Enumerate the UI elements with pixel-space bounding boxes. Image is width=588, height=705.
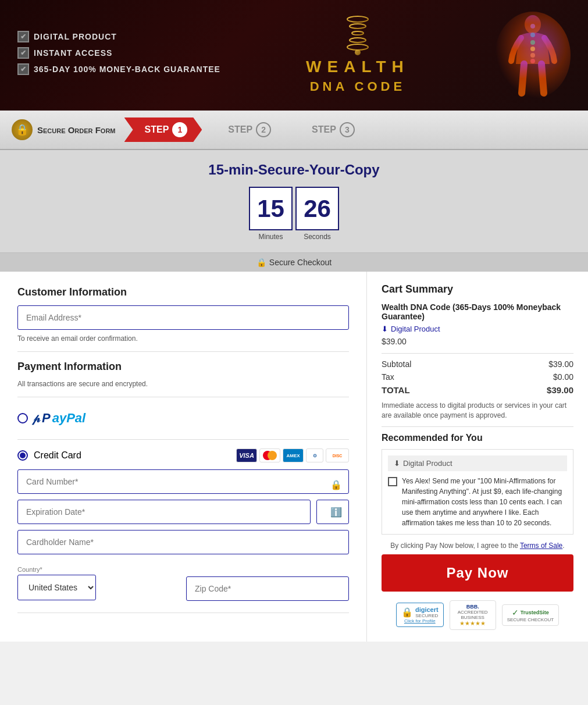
customer-info-title: Customer Information: [17, 286, 349, 298]
card-fields: 🔒 ℹ️ Country* United States: [17, 469, 349, 604]
header-silhouette: [495, 12, 571, 99]
divider-4: [17, 613, 349, 613]
bbb-stars: ★★★★★: [455, 620, 491, 626]
secure-order-badge: 🔒 Secure Order Form: [12, 119, 116, 140]
svg-point-3: [350, 38, 366, 42]
feature-instant: ✔ Instant Access: [17, 47, 220, 59]
left-panel: Customer Information To receive an email…: [0, 272, 367, 642]
card-icons: VISA AMEX ⊙ DISC: [236, 448, 349, 462]
recommended-download-icon: ⬇: [394, 459, 400, 468]
country-select[interactable]: United States: [17, 575, 96, 600]
check-icon-1: ✔: [17, 31, 29, 42]
country-label: Country*: [17, 566, 180, 573]
payment-subtitle: All transactions are secure and encrypte…: [17, 380, 349, 388]
terms-row: By clicking Pay Now below, I agree to th…: [382, 542, 573, 550]
step-3-circle: 3: [340, 122, 355, 137]
svg-point-12: [355, 49, 361, 55]
bbb-title: BBB.: [455, 604, 491, 610]
recommended-digital-badge: ⬇ Digital Product: [388, 455, 567, 471]
feature-digital: ✔ Digital Product: [17, 31, 220, 42]
paypal-option[interactable]: 𝓅 PayPal: [17, 406, 349, 430]
info-icon: ℹ️: [330, 507, 342, 518]
secure-checkout-label: Secure Checkout: [269, 258, 332, 267]
step-2-circle: 2: [256, 122, 271, 137]
tax-label: Tax: [382, 372, 394, 382]
cart-tax-row: Tax $0.00: [382, 372, 573, 382]
security-code-wrapper: ℹ️: [316, 500, 349, 524]
card-number-field[interactable]: [17, 469, 349, 494]
recommended-checkbox[interactable]: [388, 477, 397, 486]
amex-icon: AMEX: [283, 448, 304, 462]
cart-subtotal-row: Subtotal $39.00: [382, 359, 573, 369]
email-hint: To receive an email order confirmation.: [17, 334, 349, 343]
cart-digital-badge: ⬇ Digital Product: [382, 325, 573, 333]
tax-value: $0.00: [553, 372, 573, 382]
svg-point-4: [347, 44, 368, 50]
credit-card-label: Credit Card: [34, 450, 81, 461]
card-number-wrapper: 🔒: [17, 469, 349, 500]
step-1-circle: 1: [172, 122, 187, 137]
timer-seconds-label: Seconds: [304, 233, 331, 241]
bbb-line2: BUSINESS: [455, 615, 491, 620]
step-1: STEP 1: [124, 117, 202, 142]
main-content: Customer Information To receive an email…: [0, 272, 588, 642]
subtotal-label: Subtotal: [382, 359, 411, 369]
step-bar: 🔒 Secure Order Form STEP 1 STEP 2 STEP 3: [0, 111, 588, 150]
discover-icon: DISC: [326, 448, 349, 462]
trust-badges: 🔒 digicert SECURED Click for Profile BBB…: [382, 600, 573, 630]
cart-price: $39.00: [382, 337, 573, 346]
trustedsite-title: TrustedSite: [521, 610, 549, 615]
total-value: $39.00: [547, 385, 573, 395]
cart-total-row: TOTAL $39.00: [382, 385, 573, 395]
pay-now-button[interactable]: Pay Now: [382, 554, 573, 592]
header-features: ✔ Digital Product ✔ Instant Access ✔ 365…: [17, 31, 220, 80]
step-2: STEP 2: [208, 117, 286, 142]
trustedsite-badge: ✓ TrustedSite SECURE CHECKOUT: [502, 604, 559, 626]
paypal-radio[interactable]: [17, 413, 28, 423]
timer-minutes-unit: 15 Minutes: [249, 187, 293, 241]
divider-3: [17, 439, 349, 440]
credit-card-radio[interactable]: [17, 450, 28, 461]
check-icon-3: ✔: [17, 63, 29, 75]
cart-title: Cart Summary: [382, 283, 573, 295]
bbb-badge: BBB. ACCREDITED BUSINESS ★★★★★: [450, 600, 496, 630]
digicert-link: Click for Profile: [401, 618, 439, 624]
download-icon: ⬇: [382, 325, 388, 333]
paypal-logo: 𝓅 PayPal: [34, 411, 85, 426]
digicert-title: digicert: [415, 606, 439, 613]
trustedsite-subtitle: SECURE CHECKOUT: [507, 617, 554, 622]
header: ✔ Digital Product ✔ Instant Access ✔ 365…: [0, 0, 588, 111]
expiration-field[interactable]: [17, 500, 311, 524]
credit-card-option: Credit Card VISA AMEX ⊙ DISC: [17, 448, 349, 462]
email-field[interactable]: [17, 305, 349, 330]
timer-minutes: 15: [249, 187, 293, 230]
lock-icon: 🔒: [12, 119, 33, 140]
step-3: STEP 3: [291, 117, 369, 142]
timer-seconds-unit: 26 Seconds: [295, 187, 339, 241]
payment-title: Payment Information: [17, 361, 349, 373]
divider-2: [17, 397, 349, 397]
svg-point-0: [347, 16, 368, 22]
recommended-checkbox-row[interactable]: Yes Alex! Send me your "100 Mini-Affirma…: [388, 476, 567, 528]
country-zip-row: Country* United States: [17, 566, 349, 604]
digicert-badge: 🔒 digicert SECURED Click for Profile: [396, 603, 444, 627]
cardholder-name-field[interactable]: [17, 530, 349, 554]
dna-icon: [340, 15, 375, 55]
lock-field-icon: 🔒: [330, 479, 342, 490]
total-label: TOTAL: [382, 385, 410, 395]
mastercard-icon: [259, 448, 280, 462]
diners-icon: ⊙: [306, 448, 323, 462]
svg-point-2: [352, 31, 364, 35]
cart-divider-2: [382, 426, 573, 427]
timer-section: 15-min-Secure-Your-Copy 15 Minutes 26 Se…: [0, 150, 588, 252]
timer-minutes-label: Minutes: [258, 233, 283, 241]
zip-code-field[interactable]: [186, 576, 349, 601]
secure-checkout-lock-icon: 🔒: [256, 258, 266, 267]
digicert-subtitle: SECURED: [415, 613, 439, 618]
terms-link[interactable]: Terms of Sale: [520, 542, 562, 550]
bbb-line1: ACCREDITED: [455, 610, 491, 615]
svg-point-1: [350, 24, 366, 29]
recommended-box: ⬇ Digital Product Yes Alex! Send me your…: [382, 449, 573, 535]
secure-checkout-bar: 🔒 Secure Checkout: [0, 252, 588, 272]
brand-logo: WEALTH DNA CODE: [306, 15, 409, 96]
